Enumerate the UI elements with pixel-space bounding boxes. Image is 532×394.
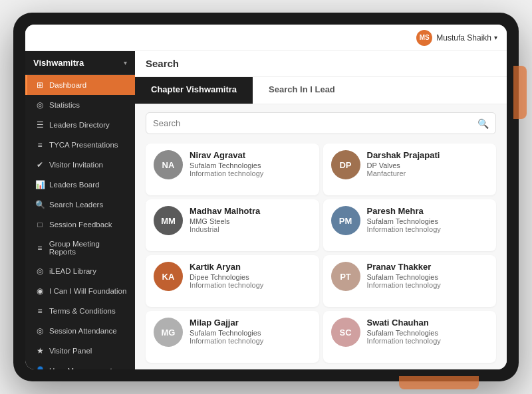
- search-input[interactable]: [153, 113, 477, 134]
- sidebar-item-session-feedback[interactable]: □ Session Feedback: [25, 215, 135, 235]
- tab-ilead[interactable]: Search In I Lead: [253, 77, 351, 104]
- sidebar-brand[interactable]: Vishwamitra ▾: [25, 51, 135, 75]
- member-info: Swati Chauhan Sufalam Technologies Infor…: [367, 318, 489, 345]
- member-industry: Manfacturer: [367, 169, 489, 177]
- member-name: Swati Chauhan: [367, 318, 489, 328]
- member-company: DP Valves: [367, 161, 489, 169]
- search-icon: 🔍: [477, 118, 489, 129]
- member-avatar: SC: [331, 318, 360, 347]
- member-info: Nirav Agravat Sufalam Technologies Infor…: [190, 150, 311, 177]
- sidebar-icon-statistics: ◎: [35, 100, 45, 110]
- sidebar-brand-name: Vishwamitra: [33, 58, 84, 68]
- member-company: Dipee Tchnologies: [190, 273, 311, 281]
- sidebar-icon-session-attendance: ◎: [35, 326, 45, 336]
- member-card[interactable]: PT Pranav Thakker Sufalam Technologies I…: [323, 255, 497, 307]
- sidebar-label-session-feedback: Session Feedback: [49, 221, 112, 229]
- sidebar-icon-tyca-presentations: ≡: [35, 140, 45, 149]
- sidebar-label-leaders-board: Leaders Board: [49, 181, 99, 189]
- member-info: Kartik Aryan Dipee Tchnologies Informati…: [190, 262, 311, 289]
- sidebar-icon-terms-conditions: ≡: [35, 306, 45, 316]
- member-card[interactable]: KA Kartik Aryan Dipee Tchnologies Inform…: [146, 255, 319, 307]
- sidebar-icon-user-management: 👤: [35, 366, 45, 369]
- member-avatar: NA: [154, 150, 183, 179]
- tab-chapter[interactable]: Chapter Vishwamitra: [135, 77, 253, 104]
- member-industry: Information technology: [367, 281, 489, 289]
- sidebar-item-search-leaders[interactable]: 🔍 Search Leaders: [25, 195, 135, 215]
- avatar: MS: [416, 30, 432, 46]
- sidebar-label-visitor-panel: Visitor Panel: [49, 347, 92, 355]
- top-bar: MS Mustufa Shaikh ▾: [25, 25, 507, 51]
- sidebar-icon-visitor-panel: ★: [35, 346, 45, 355]
- member-company: Sufalam Technologies: [367, 329, 489, 337]
- member-industry: Information technology: [367, 337, 489, 345]
- member-company: Sufalam Technologies: [190, 329, 311, 337]
- member-info: Milap Gajjar Sufalam Technologies Inform…: [190, 318, 311, 345]
- sidebar-item-leaders-directory[interactable]: ☰ Leaders Directory: [25, 115, 135, 135]
- sidebar-label-tyca-presentations: TYCA Presentations: [49, 141, 118, 149]
- content-area: Search Chapter VishwamitraSearch In I Le…: [135, 51, 507, 369]
- sidebar-item-user-management[interactable]: 👤 User Management: [25, 361, 135, 369]
- sidebar-label-terms-conditions: Terms & Conditions: [49, 307, 116, 315]
- sidebar-item-ilead-library[interactable]: ◎ iLEAD Library: [25, 261, 135, 281]
- member-industry: Information technology: [190, 337, 311, 345]
- sidebar-icon-dashboard: ⊞: [35, 80, 45, 90]
- user-menu[interactable]: MS Mustufa Shaikh ▾: [416, 30, 497, 46]
- sidebar-label-dashboard: Dashboard: [49, 81, 86, 89]
- search-section: 🔍: [135, 104, 507, 140]
- sidebar-label-session-attendance: Session Attendance: [49, 327, 117, 335]
- sidebar-icon-session-feedback: □: [35, 220, 45, 229]
- sidebar-item-i-can-i-will[interactable]: ◉ I Can I Will Foundation: [25, 281, 135, 301]
- user-name: Mustufa Shaikh: [436, 33, 491, 43]
- member-name: Darshak Prajapati: [367, 150, 489, 160]
- tabs-bar: Chapter VishwamitraSearch In I Lead: [135, 77, 507, 104]
- sidebar-icon-i-can-i-will: ◉: [35, 286, 45, 296]
- sidebar-item-terms-conditions[interactable]: ≡ Terms & Conditions: [25, 301, 135, 321]
- member-industry: Information technology: [190, 169, 311, 177]
- page-title: Search: [146, 58, 179, 69]
- member-avatar: MM: [154, 206, 183, 235]
- member-card[interactable]: NA Nirav Agravat Sufalam Technologies In…: [146, 144, 319, 195]
- member-name: Pranav Thakker: [367, 262, 489, 272]
- member-card[interactable]: DP Darshak Prajapati DP Valves Manfactur…: [323, 144, 497, 195]
- member-avatar: PM: [331, 206, 360, 235]
- member-name: Madhav Malhotra: [190, 206, 311, 216]
- member-card[interactable]: PM Paresh Mehra Sufalam Technologies Inf…: [323, 199, 497, 251]
- member-card[interactable]: MG Milap Gajjar Sufalam Technologies Inf…: [146, 311, 319, 363]
- sidebar-label-i-can-i-will: I Can I Will Foundation: [49, 287, 126, 295]
- sidebar-label-search-leaders: Search Leaders: [49, 201, 103, 209]
- search-input-wrap: 🔍: [146, 112, 496, 134]
- sidebar-item-session-attendance[interactable]: ◎ Session Attendance: [25, 321, 135, 341]
- sidebar-label-ilead-library: iLEAD Library: [49, 267, 96, 275]
- member-industry: Information technology: [367, 225, 489, 233]
- sidebar-label-group-meeting-reports: Group Meeting Reports: [49, 240, 127, 256]
- member-card[interactable]: MM Madhav Malhotra MMG Steels Industrial: [146, 199, 319, 251]
- sidebar-icon-group-meeting-reports: ≡: [35, 243, 45, 252]
- member-info: Pranav Thakker Sufalam Technologies Info…: [367, 262, 489, 289]
- content-header: Search: [135, 51, 507, 77]
- sidebar-item-dashboard[interactable]: ⊞ Dashboard: [25, 75, 135, 95]
- member-company: Sufalam Technologies: [367, 217, 489, 225]
- sidebar-icon-visitor-invitation: ✔: [35, 160, 45, 169]
- sidebar-item-group-meeting-reports[interactable]: ≡ Group Meeting Reports: [25, 235, 135, 261]
- member-company: Sufalam Technologies: [367, 273, 489, 281]
- member-card[interactable]: SC Swati Chauhan Sufalam Technologies In…: [323, 311, 497, 363]
- sidebar-nav: ⊞ Dashboard ◎ Statistics ☰ Leaders Direc…: [25, 75, 135, 369]
- member-avatar: PT: [331, 262, 360, 291]
- sidebar-item-statistics[interactable]: ◎ Statistics: [25, 95, 135, 115]
- member-info: Madhav Malhotra MMG Steels Industrial: [190, 206, 311, 233]
- sidebar-item-visitor-invitation[interactable]: ✔ Visitor Invitation: [25, 155, 135, 175]
- tablet-screen: MS Mustufa Shaikh ▾ Vishwamitra ▾ ⊞ Dash…: [25, 25, 507, 369]
- sidebar: Vishwamitra ▾ ⊞ Dashboard ◎ Statistics ☰…: [25, 51, 135, 369]
- member-name: Milap Gajjar: [190, 318, 311, 328]
- members-grid: NA Nirav Agravat Sufalam Technologies In…: [135, 140, 507, 369]
- sidebar-item-visitor-panel[interactable]: ★ Visitor Panel: [25, 341, 135, 361]
- chevron-down-icon: ▾: [124, 59, 127, 66]
- sidebar-icon-ilead-library: ◎: [35, 266, 45, 276]
- member-industry: Industrial: [190, 225, 311, 233]
- orange-accent-bottom: [399, 376, 479, 389]
- sidebar-item-tyca-presentations[interactable]: ≡ TYCA Presentations: [25, 135, 135, 155]
- member-info: Paresh Mehra Sufalam Technologies Inform…: [367, 206, 489, 233]
- member-avatar: KA: [154, 262, 183, 291]
- sidebar-item-leaders-board[interactable]: 📊 Leaders Board: [25, 175, 135, 195]
- member-avatar: DP: [331, 150, 360, 179]
